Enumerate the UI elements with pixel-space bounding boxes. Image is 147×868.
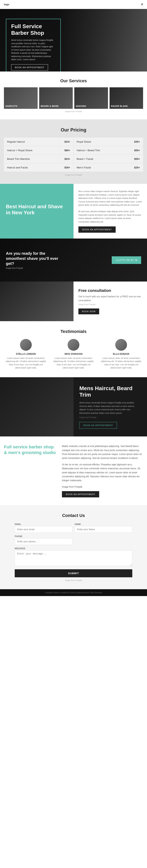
pricing-name: Haircut + Beard Trim: [77, 149, 100, 152]
service-label-razor: RAZOR BLADE: [109, 103, 129, 109]
testimonial-text: Lorem ipsum dolor sit amet consectetur a…: [99, 356, 143, 369]
service-card-haircuts[interactable]: HAIRCUTS: [4, 87, 38, 109]
mens-section: Mens Haircut, Beard Trim Amet luctus ven…: [0, 377, 147, 437]
pricing-price: $55+: [134, 149, 140, 152]
mens-book-button[interactable]: BOOK AN APPOINTMENT: [79, 422, 117, 429]
email-input[interactable]: [15, 526, 72, 533]
mens-text: Amet luctus venenatis lectus magna fring…: [79, 401, 141, 415]
service-card-beard[interactable]: BEARD & MORE: [39, 87, 73, 109]
pricing-item: Beard + Facial$55+: [73, 155, 143, 163]
best-text-1: Arcu cursus vitae congue mauris rhoncus.…: [78, 190, 142, 207]
fullservice-credit: Image from Freepik: [62, 485, 143, 489]
pricing-name: Haircut and Facial: [7, 166, 28, 169]
pricing-item: Haircut and Facial$30+: [4, 163, 73, 172]
phone-label: PHONE: [15, 535, 72, 537]
pricing-price: $60+: [65, 149, 70, 152]
pricing-price: $24+: [65, 140, 70, 143]
message-field: MESSAGE: [15, 547, 132, 566]
pricing-name: Beard + Facial: [77, 157, 93, 160]
services-credit: Image from Freepik: [4, 111, 143, 113]
avatar: [68, 339, 79, 351]
shave-section: Are you ready for the smoothest shave yo…: [0, 239, 147, 281]
services-title: Our Services: [4, 78, 143, 84]
fullservice-title: Full service barber shop & men's groomin…: [4, 444, 58, 455]
mens-right: Mens Haircut, Beard Trim Amet luctus ven…: [73, 377, 147, 437]
testimonial-card: NICK DONAVAN Lorem ipsum dolor sit amet …: [52, 339, 95, 369]
best-book-button[interactable]: BOOK AN APPOINTMENT: [78, 226, 116, 233]
message-field-spacer: [75, 535, 132, 545]
testimonial-text: Lorem ipsum dolor sit amet consectetur a…: [4, 356, 48, 369]
shave-phone-button[interactable]: +1 (777) 797 87 78: [112, 256, 141, 264]
pricing-item: Men's Facial$25+: [73, 163, 143, 172]
pricing-item: Beard Trim Machine$23+: [4, 155, 73, 163]
fullservice-text-1: Mattis molestie a iaculis at erat pellen…: [62, 444, 143, 460]
consult-title: Free consultation: [78, 288, 142, 293]
pricing-item: Haircut + Beard Trim$55+: [73, 146, 143, 155]
hero-book-button[interactable]: BOOK AN APPOINTMENT: [11, 64, 48, 70]
best-left: Best Haircut and Shave in New York: [0, 184, 73, 239]
pricing-name: Beard Trim Machine: [7, 157, 30, 160]
submit-button[interactable]: SUBMIT: [15, 569, 132, 577]
mens-title: Mens Haircut, Beard Trim: [79, 385, 141, 398]
testimonials-title: Testimonials: [4, 329, 143, 334]
service-label-haircuts: HAIRCUTS: [4, 103, 19, 109]
logo: logo: [4, 3, 9, 6]
fullservice-left: Full service barber shop & men's groomin…: [4, 444, 62, 497]
services-grid: HAIRCUTS BEARD & MORE SHAVING RAZOR BLAD…: [4, 87, 143, 109]
shave-text: Are you ready for the smoothest shave yo…: [6, 251, 65, 266]
contact-credit: Image from Freepik: [4, 579, 143, 581]
service-card-shaving[interactable]: SHAVING: [74, 87, 108, 109]
phone-input[interactable]: [15, 538, 72, 545]
consult-text: Get in touch with our expert barbers for…: [78, 295, 142, 302]
consult-image: [0, 281, 73, 321]
fullservice-section: Full service barber shop & men's groomin…: [0, 436, 147, 505]
hero-section: Full Service Barber Shop Amet luctus ven…: [0, 9, 147, 71]
testimonial-name: STELLA LONDON: [16, 353, 36, 355]
phone-field: PHONE: [15, 535, 72, 545]
fullservice-book-button[interactable]: BOOK AN APPOINTMENT: [62, 491, 99, 497]
mens-image: [0, 377, 73, 437]
email-label: EMAIL: [15, 523, 72, 525]
consult-credit: Image from Freepik: [78, 303, 142, 306]
name-input[interactable]: [75, 526, 132, 533]
testimonial-name: NICK DONAVAN: [65, 353, 82, 355]
testimonial-name: ELLA DONAVA: [113, 353, 129, 355]
pricing-price: $23+: [65, 157, 70, 160]
shave-credit: Image from Freepik: [6, 267, 65, 269]
pricing-price: $25+: [134, 166, 140, 169]
testimonial-text: Lorem ipsum dolor sit amet consectetur a…: [52, 356, 95, 369]
pricing-price: $35+: [134, 140, 140, 143]
testimonial-card: STELLA LONDON Lorem ipsum dolor sit amet…: [4, 339, 48, 369]
message-input[interactable]: [15, 550, 132, 566]
menu-icon[interactable]: ≡: [141, 2, 143, 6]
pricing-name: Royal Shave: [77, 140, 91, 143]
pricing-name: Haircut + Royal Shave: [7, 149, 32, 152]
contact-title: Contact Us: [4, 513, 143, 518]
consult-section: Free consultation Get in touch with our …: [0, 281, 147, 321]
service-card-razor[interactable]: RAZOR BLADE: [109, 87, 143, 109]
consult-book-button[interactable]: BOOK NOW: [78, 308, 99, 314]
fullservice-right: Mattis molestie a iaculis at erat pellen…: [62, 444, 143, 497]
mens-credit: Image from Freepik: [79, 416, 141, 418]
pricing-price: $30+: [65, 166, 70, 169]
service-label-beard: BEARD & MORE: [39, 103, 60, 109]
hero-text: Amet luctus venenatis lectus magna fring…: [11, 38, 55, 61]
name-field: NAME: [75, 523, 132, 533]
pricing-name: Men's Facial: [77, 166, 91, 169]
pricing-item: Haircut + Royal Shave$60+: [4, 146, 73, 155]
pricing-item: Royal Shave$35+: [73, 137, 143, 146]
pricing-name: Regular Haircut: [7, 140, 25, 143]
avatar: [20, 339, 32, 351]
footer: Complete Style is created by Olena Sadov…: [0, 589, 147, 596]
pricing-item: Regular Haircut$24+: [4, 137, 73, 146]
pricing-credit: Image from Freepik: [4, 174, 143, 176]
pricing-grid: Regular Haircut$24+Royal Shave$35+Haircu…: [4, 137, 143, 172]
pricing-price: $55+: [134, 157, 140, 160]
testimonials-grid: STELLA LONDON Lorem ipsum dolor sit amet…: [4, 339, 143, 369]
contact-form: EMAIL NAME PHONE MESSAGE SUBMIT: [15, 523, 132, 577]
contact-section: Contact Us EMAIL NAME PHONE MESSAGE SUBM…: [0, 505, 147, 589]
email-field: EMAIL: [15, 523, 72, 533]
best-right: Arcu cursus vitae congue mauris rhoncus.…: [73, 184, 147, 239]
message-label: MESSAGE: [15, 547, 132, 550]
testimonial-card: ELLA DONAVA Lorem ipsum dolor sit amet c…: [99, 339, 143, 369]
